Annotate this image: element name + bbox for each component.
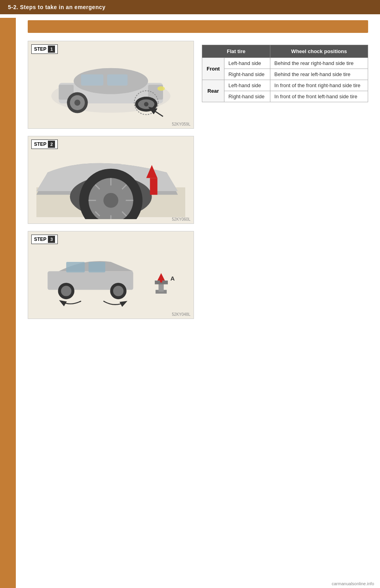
front-label: Front: [202, 58, 224, 80]
rear-left-position: In front of the front right-hand side ti…: [270, 80, 368, 91]
svg-rect-4: [107, 74, 128, 86]
wheel-chock-table: Flat tire Wheel chock positions Front Le…: [202, 45, 368, 102]
step-1-number: 1: [48, 46, 55, 53]
svg-rect-42: [160, 277, 162, 283]
step-2-label: STEP 2: [31, 139, 58, 149]
main-content: STEP 1: [16, 14, 380, 334]
svg-point-12: [144, 102, 148, 106]
table-row: Right-hand side In front of the front le…: [202, 91, 368, 102]
step-1-svg: [36, 46, 185, 124]
table-row: Front Left-hand side Behind the rear rig…: [202, 58, 368, 69]
step-2-code: 52KY060L: [172, 217, 190, 221]
svg-text:A: A: [170, 275, 175, 282]
step-3-svg: A: [36, 236, 185, 314]
svg-rect-32: [66, 262, 85, 272]
step-2-svg: [36, 141, 185, 219]
step-2-text: STEP: [34, 141, 46, 147]
footer-watermark: carmanualsonline.info: [326, 579, 380, 588]
svg-point-15: [158, 86, 165, 91]
front-right-position: Behind the rear left-hand side tire: [270, 69, 368, 80]
svg-rect-3: [81, 74, 103, 86]
rear-left-label: Left-hand side: [224, 80, 270, 91]
front-left-label: Left-hand side: [224, 58, 270, 69]
page-header: 5-2. Steps to take in an emergency: [0, 0, 380, 14]
sidebar: [0, 18, 16, 588]
section-header-bar: [28, 20, 368, 33]
step-1-box: STEP 1: [28, 41, 194, 129]
svg-point-35: [61, 286, 71, 296]
rear-right-position: In front of the front left-hand side tir…: [270, 91, 368, 102]
svg-line-14: [150, 108, 163, 116]
rear-right-label: Right-hand side: [224, 91, 270, 102]
watermark-text: carmanualsonline.info: [332, 581, 374, 586]
step-3-label: STEP 3: [31, 235, 58, 244]
svg-point-20: [103, 193, 118, 208]
step-3-text: STEP: [34, 237, 46, 242]
svg-rect-33: [89, 262, 105, 272]
svg-point-9: [74, 100, 80, 106]
table-row: Rear Left-hand side In front of the fron…: [202, 80, 368, 91]
step-1-image: 52KY059L: [28, 41, 194, 128]
step-3-image: A 52KY048L: [28, 231, 194, 319]
step-1-code: 52KY059L: [172, 122, 190, 126]
table-row: Right-hand side Behind the rear left-han…: [202, 69, 368, 80]
svg-point-37: [113, 286, 124, 296]
step-3-box: STEP 3: [28, 231, 194, 319]
svg-rect-30: [150, 178, 158, 195]
front-right-label: Right-hand side: [224, 69, 270, 80]
step-2-number: 2: [48, 141, 55, 148]
table-header-chock: Wheel chock positions: [270, 45, 368, 58]
table-header-flat: Flat tire: [202, 45, 270, 58]
step-2-image: 52KY060L: [28, 136, 194, 223]
table-column: Flat tire Wheel chock positions Front Le…: [202, 41, 368, 102]
step-2-box: STEP 2: [28, 136, 194, 224]
header-title: 5-2. Steps to take in an emergency: [8, 4, 106, 10]
rear-label: Rear: [202, 80, 224, 102]
steps-column: STEP 1: [28, 41, 194, 326]
content-columns: STEP 1: [28, 41, 368, 326]
step-3-number: 3: [48, 236, 55, 243]
step-3-code: 52KY048L: [172, 312, 190, 317]
step-1-text: STEP: [34, 46, 46, 52]
step-1-label: STEP 1: [31, 44, 58, 54]
front-left-position: Behind the rear right-hand side tire: [270, 58, 368, 69]
